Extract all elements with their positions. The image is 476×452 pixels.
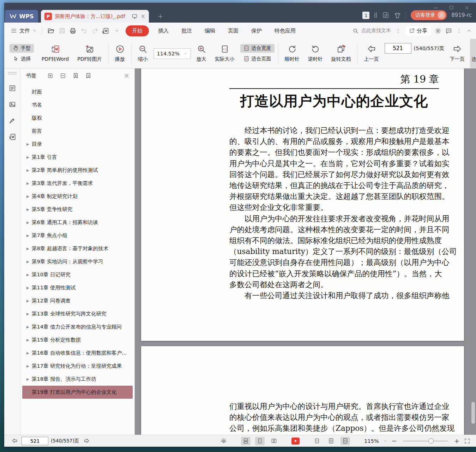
single-page-view-button[interactable] [255,437,265,445]
bookmark-item[interactable]: ▶ 第4章 制定研究计划 [22,190,133,203]
expand-arrow-icon[interactable]: ▶ [26,351,32,355]
next-page-button[interactable]: 下一页 [447,43,468,64]
panel-drag-handle[interactable] [8,72,17,74]
ribbon-tab[interactable]: 开始 [126,25,149,36]
bookmark-item[interactable]: ▶ 第2章 简单易行的使用性测试 [22,164,133,177]
expand-arrow-icon[interactable]: ▶ [26,142,32,146]
actual-size-button[interactable]: 1:1 实际大小 [212,43,237,64]
bookmark-item[interactable]: ▶ 第12章 问卷调查 [22,294,133,307]
play-button[interactable]: 播放 [112,43,128,64]
fullscreen-icon[interactable] [464,438,470,444]
collapse-ribbon-icon[interactable] [466,28,472,34]
ribbon-tab[interactable]: 插入 [152,28,175,34]
expand-arrow-icon[interactable]: ▶ [26,325,32,329]
select-tool-button[interactable]: 选择 [10,55,34,63]
print-button[interactable] [67,26,78,36]
add-bookmark-icon[interactable] [72,72,79,79]
statusbar-fit-page-button[interactable] [326,437,336,445]
redo-button[interactable] [89,26,100,36]
expand-arrow-icon[interactable]: ▶ [26,247,32,251]
zoom-minus-button[interactable]: − [392,438,397,444]
previous-page-button[interactable]: 上一页 [361,43,382,64]
close-bookmarks-panel[interactable] [124,73,129,78]
document-view[interactable]: 第 19 章 打造以用户为中心的企业文化 经过本书的讨论，我们已经认识到一点：要… [135,68,476,435]
bookmark-item[interactable]: ▶ 第16章 自动收集信息：使用数据和客户... [22,346,133,360]
vertical-scrollbar-thumb[interactable] [471,402,475,424]
pdf-to-image-button[interactable]: PDF转图片 [74,43,104,64]
bookmark-item[interactable]: ▶ 第13章 全球性研究与跨文化研究 [22,307,133,320]
save-button[interactable] [56,26,67,36]
zoom-slider-knob[interactable] [428,438,434,444]
expand-arrow-icon[interactable]: ▶ [26,207,32,211]
zoom-in-button[interactable]: 放大 [194,43,209,64]
collapse-all-icon[interactable] [60,72,66,79]
bookmark-item[interactable]: ▶ 封面 [22,85,133,98]
present-monitor-icon[interactable] [132,13,138,19]
bookmark-item[interactable]: ▶ 书名 [22,98,133,112]
bookmark-item[interactable]: ▶ 第15章 分析定性数据 [22,333,133,346]
expand-arrow-icon[interactable]: ▶ [26,286,32,290]
rotate-clockwise-button[interactable]: 顺时针 [282,43,302,64]
expand-arrow-icon[interactable]: ▶ [26,390,32,394]
bookmarks-panel-button[interactable] [6,82,18,94]
rotate-counterclockwise-button[interactable]: 逆时针 [305,43,326,64]
bookmark-item[interactable]: ▶ 第3章 迭代开发，平衡需求 [22,177,133,190]
statusbar-actual-size-button[interactable]: 1:1 [312,437,322,445]
ribbon-tab[interactable]: 特色应用 [268,28,302,34]
expand-arrow-icon[interactable]: ▶ [26,194,32,198]
bookmark-item[interactable]: ▶ 第18章 报告、演示与工作坊 [22,373,133,386]
expand-arrow-icon[interactable]: ▶ [26,377,32,381]
statusbar-fit-width-button[interactable] [341,437,350,445]
expand-arrow-icon[interactable]: ▶ [26,338,32,342]
fit-page-button[interactable]: 适合页面 [240,55,275,63]
expand-arrow-icon[interactable]: ▶ [26,234,32,237]
bookmark-item[interactable]: ▶ 第6章 通用工具：招募和访谈 [22,216,133,229]
new-tab-button[interactable] [155,11,165,21]
skin-shirt-icon[interactable] [394,12,401,19]
zoom-level-combo[interactable]: 114.52% [153,48,191,59]
ribbon-tab[interactable]: 编辑 [198,28,222,34]
share-button[interactable]: 分享 [405,26,431,36]
fit-width-button[interactable]: 适合宽度 [240,44,275,53]
expand-arrow-icon[interactable]: ▶ [26,273,32,277]
expand-arrow-icon[interactable]: ▶ [26,155,32,159]
bookmark-item[interactable]: ▶ 版权 [22,112,133,125]
expand-arrow-icon[interactable]: ▶ [26,221,32,224]
bookmark-item[interactable]: ▶ 第17章 研究转化为行动：呈现研究成果 [22,360,133,373]
bookmark-item[interactable]: ▶ 第5章 竞争性研究 [22,203,133,216]
bookmark-item[interactable]: ▶ 第1章 引言 [22,151,133,164]
statusbar-page-input[interactable] [22,437,48,445]
wps-home-tab[interactable]: WPS [5,10,38,23]
file-menu-button[interactable]: 文件 [8,28,39,34]
bookmark-item[interactable]: ▶ 第8章 超越语言：基于对象的技术 [22,242,133,255]
bookmark-item[interactable]: ▶ 第19章 打造以用户为中心的企业文化 [22,386,133,399]
close-tab-icon[interactable] [140,14,145,19]
docer-templates-icon[interactable] [382,12,389,19]
expand-arrow-icon[interactable]: ▶ [26,181,32,185]
expand-all-icon[interactable] [47,72,54,79]
undo-button[interactable] [78,26,89,36]
bookmark-item[interactable]: ▶ 第10章 日记研究 [22,268,133,281]
ribbon-tab[interactable]: 页面 [222,28,245,34]
bookmark-item[interactable]: ▶ 目录 [22,138,133,151]
bookmark-item[interactable]: ▶ 第14章 借力公开发布的信息与专业顾问 [22,320,133,333]
expand-arrow-icon[interactable]: ▶ [26,299,32,303]
zoom-plus-button[interactable]: + [454,438,459,444]
statusbar-next-page-button[interactable] [82,437,91,445]
hand-tool-button[interactable]: 手型 [10,44,34,53]
zoom-out-button[interactable]: 缩小 [135,43,151,64]
settings-gear-icon[interactable] [435,28,441,34]
expand-arrow-icon[interactable]: ▶ [26,312,32,316]
bookmark-item[interactable]: ▶ 第11章 使用性测试 [22,281,133,294]
page-number-input[interactable] [385,43,411,54]
annotation-panel-button[interactable] [6,115,18,127]
more-tools-dropdown[interactable] [111,26,122,36]
export-panel-button[interactable] [6,131,18,143]
find-text-button[interactable]: 点此查找文本 [353,28,391,34]
guest-login-button[interactable]: 访客登录 [411,10,447,20]
expand-arrow-icon[interactable]: ▶ [26,364,32,368]
continuous-view-button[interactable] [241,437,251,445]
export-to-word-button[interactable] [100,26,111,36]
open-file-button[interactable] [46,26,56,36]
thumbnails-panel-button[interactable] [6,98,18,110]
